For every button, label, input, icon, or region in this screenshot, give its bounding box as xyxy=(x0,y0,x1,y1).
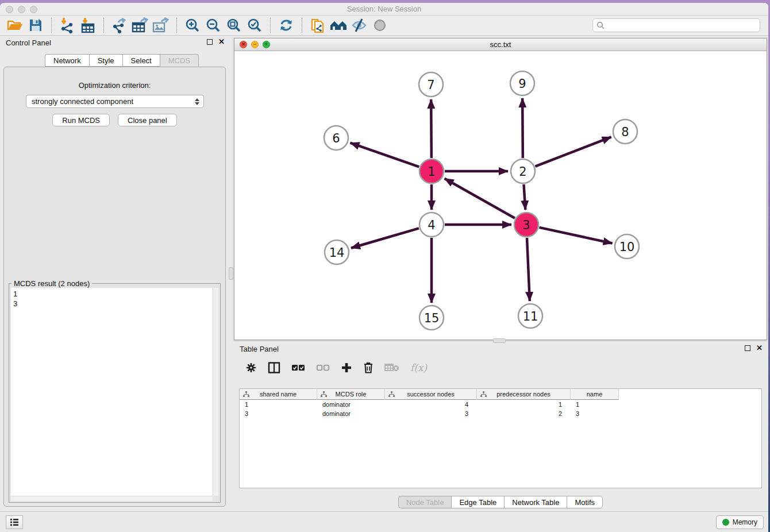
edge-1-7[interactable] xyxy=(431,99,432,158)
edge-3-11[interactable] xyxy=(527,238,530,301)
cell-name[interactable]: 3 xyxy=(571,409,619,418)
control-tab-mcds[interactable]: MCDS xyxy=(160,54,199,67)
edge-3-10[interactable] xyxy=(539,228,612,244)
cell-successor-nodes[interactable]: 4 xyxy=(385,400,477,409)
search-box[interactable] xyxy=(592,18,760,32)
edge-4-14[interactable] xyxy=(351,228,419,248)
column-header-successor-nodes[interactable]: successor nodes xyxy=(385,389,477,400)
list-icon xyxy=(10,518,19,526)
control-tab-style[interactable]: Style xyxy=(89,54,122,67)
table-tab-edge-table[interactable]: Edge Table xyxy=(451,496,504,508)
result-horizontal-scrollbar[interactable] xyxy=(11,496,213,501)
memory-status-icon xyxy=(722,519,729,526)
apply-layout-icon[interactable] xyxy=(276,17,297,34)
select-all-icon[interactable] xyxy=(291,364,305,371)
edge-2-8[interactable] xyxy=(535,137,611,166)
float-table-panel-icon[interactable] xyxy=(745,345,750,351)
close-panel-button[interactable]: Close panel xyxy=(118,114,177,126)
table-panel-title: Table Panel xyxy=(240,345,279,353)
horizontal-splitter-handle[interactable] xyxy=(493,338,506,343)
split-view-icon[interactable] xyxy=(268,362,280,373)
node-label-9: 9 xyxy=(518,77,526,91)
export-image-icon[interactable] xyxy=(151,17,171,34)
toolbar-separator xyxy=(270,18,271,33)
control-tab-select[interactable]: Select xyxy=(122,54,160,67)
cell-MCDS-role[interactable]: dominator xyxy=(317,400,385,409)
table-header-row: shared nameMCDS rolesuccessor nodesprede… xyxy=(240,389,619,400)
toggle-bird-eye-icon[interactable] xyxy=(369,17,390,34)
network-view-window: ✕ − + scc.txt 7968124314101511 xyxy=(234,38,767,340)
network-canvas[interactable]: 7968124314101511 xyxy=(234,51,767,340)
delete-column-icon[interactable] xyxy=(363,362,374,373)
table-panel: Table Panel ✕ xyxy=(234,342,767,511)
node-label-1: 1 xyxy=(428,165,435,179)
table-tab-network-table[interactable]: Network Table xyxy=(504,496,567,508)
node-label-2: 2 xyxy=(519,165,526,179)
control-panel-title: Control Panel xyxy=(6,38,51,47)
window-title: Session: New Session xyxy=(0,5,768,13)
export-table-icon[interactable] xyxy=(130,17,151,34)
cell-successor-nodes[interactable]: 3 xyxy=(385,409,477,418)
save-session-icon[interactable] xyxy=(25,17,46,34)
edge-2-3[interactable] xyxy=(523,184,525,210)
import-network-icon[interactable] xyxy=(57,17,78,34)
node-table: shared nameMCDS rolesuccessor nodesprede… xyxy=(239,388,762,488)
table-panel-header: Table Panel ✕ xyxy=(234,342,767,356)
cell-name[interactable]: 1 xyxy=(571,400,619,409)
float-panel-icon[interactable] xyxy=(207,39,213,45)
vertical-splitter-handle[interactable] xyxy=(229,267,233,280)
node-label-3: 3 xyxy=(522,218,530,232)
result-vertical-scrollbar[interactable] xyxy=(213,288,218,496)
network-window-titlebar[interactable]: ✕ − + scc.txt xyxy=(234,38,767,51)
table-tab-motifs[interactable]: Motifs xyxy=(567,496,603,508)
node-label-14: 14 xyxy=(329,246,345,260)
import-table-icon[interactable] xyxy=(78,17,98,34)
table-row[interactable]: 3dominator323 xyxy=(240,409,761,418)
zoom-in-icon[interactable] xyxy=(182,17,203,34)
column-header-name[interactable]: name xyxy=(571,389,619,400)
cell-predecessor-nodes[interactable]: 2 xyxy=(477,409,571,418)
mcds-result-group: MCDS result (2 nodes) 1 3 xyxy=(9,283,221,503)
run-mcds-button[interactable]: Run MCDS xyxy=(52,114,110,126)
column-header-shared-name[interactable]: shared name xyxy=(240,389,317,400)
node-label-15: 15 xyxy=(424,311,440,325)
mcds-result-list[interactable]: 1 3 xyxy=(11,288,213,496)
delete-table-icon[interactable] xyxy=(384,363,399,372)
control-panel-header: Control Panel ✕ xyxy=(0,36,229,49)
edge-3-1[interactable] xyxy=(445,179,515,218)
show-hide-panels-icon[interactable] xyxy=(349,17,369,34)
control-tab-network[interactable]: Network xyxy=(45,54,89,67)
clone-network-view-icon[interactable] xyxy=(307,17,328,34)
zoom-selected-icon[interactable] xyxy=(244,17,265,34)
close-table-panel-icon[interactable]: ✕ xyxy=(756,345,763,351)
export-network-icon[interactable] xyxy=(109,17,130,34)
edge-1-6[interactable] xyxy=(351,143,419,167)
cell-shared-name[interactable]: 1 xyxy=(240,400,317,409)
cell-predecessor-nodes[interactable]: 1 xyxy=(477,400,571,409)
zoom-fit-icon[interactable] xyxy=(224,17,244,34)
application-window: Session: New Session xyxy=(0,3,768,532)
open-file-icon[interactable] xyxy=(5,17,25,34)
add-column-icon[interactable] xyxy=(341,362,352,373)
node-label-8: 8 xyxy=(621,125,629,139)
column-header-MCDS-role[interactable]: MCDS role xyxy=(317,389,385,400)
toolbar-separator xyxy=(103,18,104,33)
table-settings-icon[interactable] xyxy=(245,362,257,373)
apply-function-icon[interactable]: f(x) xyxy=(410,362,427,373)
node-label-4: 4 xyxy=(428,218,435,232)
edge-2-9[interactable] xyxy=(522,98,523,158)
zoom-out-icon[interactable] xyxy=(203,17,224,34)
cell-shared-name[interactable]: 3 xyxy=(240,409,317,418)
close-panel-icon[interactable]: ✕ xyxy=(218,38,225,45)
memory-button[interactable]: Memory xyxy=(716,515,764,529)
cell-MCDS-role[interactable]: dominator xyxy=(317,409,385,418)
memory-label: Memory xyxy=(733,518,757,526)
table-tab-node-table[interactable]: Node Table xyxy=(398,496,452,508)
optimization-criterion-select[interactable]: strongly connected component xyxy=(26,95,204,108)
reset-view-icon[interactable] xyxy=(328,17,349,34)
deselect-all-icon[interactable] xyxy=(316,364,330,371)
search-input[interactable] xyxy=(607,21,756,29)
task-history-button[interactable] xyxy=(6,515,23,529)
table-row[interactable]: 1dominator411 xyxy=(240,400,761,409)
column-header-predecessor-nodes[interactable]: predecessor nodes xyxy=(477,389,571,400)
